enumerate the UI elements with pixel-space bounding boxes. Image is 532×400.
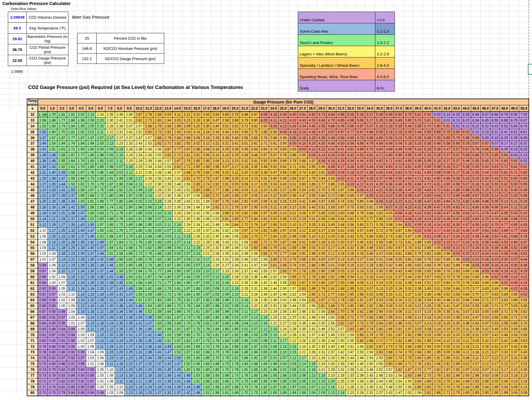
co2-volume-cell[interactable]: 1.90 [163, 257, 173, 262]
co2-volume-cell[interactable]: 1.74 [67, 141, 76, 146]
co2-volume-cell[interactable]: 2.91 [356, 297, 365, 303]
co2-volume-cell[interactable]: 3.19 [278, 204, 288, 210]
co2-volume-cell[interactable]: 1.08 [96, 355, 105, 361]
co2-volume-cell[interactable]: 4.98 [375, 135, 384, 141]
co2-volume-cell[interactable]: 3.09 [384, 297, 394, 303]
co2-volume-cell[interactable]: 4.72 [452, 199, 461, 204]
co2-volume-cell[interactable]: 2.05 [269, 350, 278, 355]
co2-volume-cell[interactable]: 2.37 [202, 228, 211, 234]
co2-volume-cell[interactable]: 3.76 [461, 280, 471, 286]
co2-volume-cell[interactable]: 2.59 [202, 199, 211, 204]
co2-volume-cell[interactable]: 3.93 [288, 146, 298, 152]
co2-volume-cell[interactable]: 3.30 [278, 193, 288, 199]
co2-volume-cell[interactable]: 4.08 [394, 210, 404, 216]
co2-volume-cell[interactable]: 4.64 [404, 176, 413, 181]
co2-volume-cell[interactable]: 2.19 [307, 361, 317, 367]
co2-volume-cell[interactable]: 5.04 [500, 204, 509, 210]
co2-volume-cell[interactable]: 3.98 [365, 199, 375, 204]
co2-volume-cell[interactable]: 2.89 [461, 378, 471, 384]
co2-volume-cell[interactable]: 1.24 [86, 286, 96, 292]
co2-volume-cell[interactable]: 4.89 [452, 187, 461, 193]
co2-volume-cell[interactable]: 3.45 [356, 239, 365, 245]
co2-volume-cell[interactable]: 2.15 [96, 123, 105, 129]
co2-volume-cell[interactable]: 1.81 [202, 320, 211, 326]
temperature-row-header[interactable]: 80 [27, 390, 38, 396]
co2-volume-cell[interactable]: 5.38 [375, 112, 384, 117]
co2-volume-cell[interactable]: 2.16 [326, 384, 336, 390]
co2-volume-cell[interactable]: 2.27 [278, 320, 288, 326]
temperature-row-header[interactable]: 76 [27, 367, 38, 373]
co2-volume-cell[interactable]: 3.52 [452, 297, 461, 303]
co2-volume-cell[interactable]: 1.88 [259, 373, 269, 378]
co2-volume-cell[interactable]: 2.51 [346, 344, 356, 350]
co2-volume-cell[interactable]: 2.65 [269, 257, 278, 262]
co2-volume-cell[interactable]: 1.73 [192, 326, 202, 332]
co2-volume-cell[interactable]: 2.82 [173, 141, 182, 146]
co2-volume-cell[interactable]: 6.01 [452, 123, 461, 129]
co2-volume-cell[interactable]: 3.14 [240, 176, 250, 181]
co2-volume-cell[interactable]: 1.45 [144, 326, 153, 332]
co2-volume-cell[interactable]: 1.50 [38, 129, 47, 135]
co2-volume-cell[interactable]: 1.78 [173, 292, 182, 297]
co2-volume-cell[interactable]: 2.90 [346, 292, 356, 297]
co2-volume-cell[interactable]: 2.71 [442, 390, 452, 396]
co2-volume-cell[interactable]: 5.57 [452, 146, 461, 152]
co2-volume-cell[interactable]: 3.85 [259, 129, 269, 135]
co2-volume-cell[interactable]: 3.22 [413, 303, 423, 309]
co2-volume-cell[interactable]: 2.03 [144, 210, 153, 216]
co2-volume-cell[interactable]: 2.29 [202, 239, 211, 245]
co2-volume-cell[interactable]: 1.61 [76, 181, 86, 187]
co2-volume-cell[interactable]: 2.33 [288, 320, 298, 326]
co2-volume-cell[interactable]: 2.63 [298, 286, 307, 292]
co2-volume-cell[interactable]: 0.99 [96, 390, 105, 396]
co2-volume-cell[interactable]: 4.52 [519, 251, 529, 257]
co2-volume-cell[interactable]: 4.47 [442, 210, 452, 216]
co2-volume-cell[interactable]: 1.13 [67, 280, 76, 286]
co2-volume-cell[interactable]: 3.23 [326, 239, 336, 245]
co2-volume-cell[interactable]: 3.00 [250, 199, 259, 204]
co2-volume-cell[interactable]: 1.15 [124, 384, 134, 390]
co2-volume-cell[interactable]: 3.72 [326, 193, 336, 199]
co2-volume-cell[interactable]: 2.93 [173, 129, 182, 135]
co2-volume-cell[interactable]: 6.64 [509, 123, 519, 129]
co2-volume-cell[interactable]: 3.78 [288, 158, 298, 164]
co2-volume-cell[interactable]: 1.65 [124, 251, 134, 257]
co2-volume-cell[interactable]: 2.14 [202, 262, 211, 268]
co2-volume-cell[interactable]: 1.84 [173, 280, 182, 286]
co2-volume-cell[interactable]: 4.38 [317, 135, 326, 141]
co2-volume-cell[interactable]: 5.01 [519, 216, 529, 222]
co2-volume-cell[interactable]: 2.22 [288, 338, 298, 344]
co2-volume-cell[interactable]: 3.64 [442, 280, 452, 286]
co2-volume-cell[interactable]: 1.69 [173, 309, 182, 315]
co2-volume-cell[interactable]: 5.28 [413, 141, 423, 146]
co2-volume-cell[interactable]: 3.29 [326, 234, 336, 239]
co2-volume-cell[interactable]: 2.00 [182, 262, 192, 268]
co2-volume-cell[interactable]: 3.89 [432, 251, 442, 257]
pressure-column-header[interactable]: 37.0 [394, 105, 404, 112]
co2-volume-cell[interactable]: 3.26 [480, 344, 490, 350]
co2-volume-cell[interactable]: 1.42 [38, 146, 47, 152]
co2-volume-cell[interactable]: 2.16 [221, 280, 230, 286]
co2-volume-cell[interactable]: 2.21 [240, 292, 250, 297]
co2-volume-cell[interactable]: 2.34 [259, 292, 269, 297]
co2-volume-cell[interactable]: 1.84 [76, 141, 86, 146]
co2-volume-cell[interactable]: 1.08 [115, 390, 124, 396]
co2-volume-cell[interactable]: 3.81 [269, 141, 278, 146]
co2-volume-cell[interactable]: 1.89 [144, 234, 153, 239]
co2-volume-cell[interactable]: 4.54 [480, 228, 490, 234]
co2-volume-cell[interactable]: 3.77 [480, 292, 490, 297]
co2-volume-cell[interactable]: 3.83 [480, 286, 490, 292]
co2-volume-cell[interactable]: 1.54 [47, 141, 57, 146]
pressure-column-header[interactable]: 49.0 [509, 105, 519, 112]
co2-volume-cell[interactable]: 3.25 [259, 181, 269, 187]
pressure-column-header[interactable]: 22.0 [250, 105, 259, 112]
co2-volume-cell[interactable]: 2.02 [134, 199, 144, 204]
co2-volume-cell[interactable]: 2.43 [144, 152, 153, 158]
co2-volume-cell[interactable]: 3.43 [509, 344, 519, 350]
co2-volume-cell[interactable]: 3.00 [317, 257, 326, 262]
co2-volume-cell[interactable]: 2.99 [173, 123, 182, 129]
co2-volume-cell[interactable]: 2.36 [211, 239, 221, 245]
co2-volume-cell[interactable]: 1.90 [182, 280, 192, 286]
co2-volume-cell[interactable]: 3.56 [278, 170, 288, 176]
co2-volume-cell[interactable]: 3.95 [269, 129, 278, 135]
